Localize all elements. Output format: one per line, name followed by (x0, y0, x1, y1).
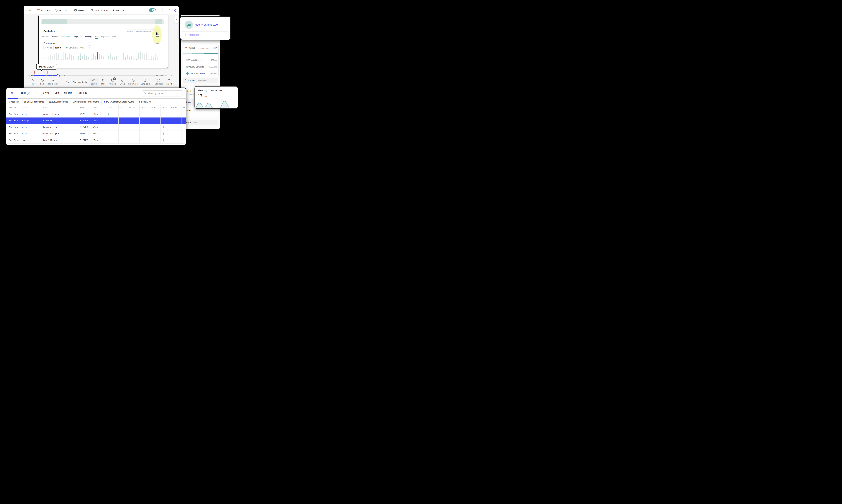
cell-time: 26ms (92, 132, 98, 135)
stat-item: 5: requests (8, 101, 19, 103)
skip-to-issue-button[interactable]: Skip to Issue (48, 78, 58, 85)
network-tab-js[interactable]: JS (35, 92, 38, 95)
network-row[interactable]: 2xx-3xxothermanifest.json492B19ms (6, 111, 186, 118)
network-row[interactable]: 2xx-3xxscripttracker.js5.22KB18ms (6, 118, 186, 124)
site-tab-listings[interactable]: Listings (42, 36, 49, 38)
network-row[interactable]: 2xx-3xximglogo192.png5.22KB25ms (6, 137, 186, 144)
chart-bar (69, 54, 70, 58)
clicks-chip[interactable]: Clicks 123,949 (43, 46, 63, 50)
site-tab-ads[interactable]: Ads (95, 36, 98, 38)
inspect-button[interactable]: Inspect (166, 78, 172, 85)
clicks-dot-icon (45, 47, 46, 49)
chart-tick-label: 24 (79, 59, 81, 60)
site-tab-campaigns[interactable]: Campaigns (61, 36, 71, 38)
issue-marker[interactable]: i (43, 70, 49, 75)
back-10s-button[interactable]: 10 Back (40, 78, 44, 85)
site-tab-advices[interactable]: Advices (52, 36, 58, 38)
favorite-star-icon[interactable]: ☆ (168, 8, 171, 12)
network-tab-img[interactable]: IMG (54, 92, 59, 95)
chart-bar (106, 57, 106, 58)
user-email[interactable]: user@example.com (195, 23, 220, 26)
waterfall-bar (163, 126, 164, 128)
chart-tick-label: 22 (141, 59, 144, 60)
performance-panel-button[interactable]: Performance (128, 78, 138, 85)
conversion-dot-icon (66, 47, 68, 49)
network-tab-xhr[interactable]: XHR? (20, 92, 30, 95)
divider (46, 98, 47, 105)
network-row[interactable]: 2xx-3xxothermanifest.json492B26ms (6, 130, 186, 137)
network-tab-all[interactable]: ALL (11, 92, 15, 95)
skeleton-header (41, 19, 164, 24)
timeline-playhead[interactable] (57, 74, 60, 77)
site-tab-more[interactable]: More (112, 36, 117, 38)
chart-bar (80, 53, 80, 58)
site-tab-ad-groups[interactable]: Ad groups (73, 36, 82, 38)
chart-bar (54, 54, 55, 58)
back-button[interactable]: ‹ Back (26, 9, 33, 12)
chart-bar (65, 53, 66, 58)
prev-session-button[interactable]: ‹ (146, 8, 147, 12)
visited-metrics-card[interactable]: Visited Speed Index 1,162 / Time to Rend… (182, 44, 219, 77)
metric-dot-icon (186, 66, 189, 68)
network-tab-other[interactable]: OTHER (78, 92, 87, 95)
site-tab-settings[interactable]: Settings (85, 36, 92, 38)
hand-click-icon (184, 79, 187, 82)
memory-unit: mb (204, 95, 207, 98)
chart-bar (127, 55, 128, 58)
event-clicked-dashboard[interactable]: Clicked Dashboard (182, 77, 218, 83)
share-icon[interactable] (174, 9, 177, 12)
cell-size: 5.22KB (80, 139, 88, 141)
metadata-button[interactable]: Metadata (184, 34, 199, 36)
chart-bar (56, 53, 57, 58)
chart-bar (86, 56, 87, 58)
conversion-chip[interactable]: Conversion 902 (65, 46, 85, 50)
filter-input[interactable] (147, 92, 181, 95)
date-range-select[interactable]: Custom: 14/12/2019 - 21/01/2020 ⌄ (126, 29, 153, 34)
help-icon[interactable]: ? (27, 92, 30, 95)
network-tab-media[interactable]: MEDIA (64, 92, 73, 95)
chart-tick-label: 9 (113, 59, 116, 60)
stat-item: DOMContentLoaded: 923ms (104, 101, 134, 103)
top-bar: ‹ Back 01:11 PM v91.0.4472 Desktop 1344 … (23, 6, 179, 14)
browser-version: v91.0.4472 (55, 9, 70, 12)
network-stats: 5: requests15.15KB: transferred15.18KB: … (6, 98, 186, 105)
state-panel-button[interactable]: State (101, 78, 105, 85)
timeline-track[interactable] (31, 75, 167, 76)
filter-box[interactable] (142, 90, 183, 96)
chart-bar (112, 57, 113, 58)
autoplay-toggle[interactable]: ✓ (149, 8, 156, 12)
issue-marker[interactable]: i (30, 70, 36, 75)
console-panel-button[interactable]: 3 Console (109, 78, 116, 85)
events-panel-button[interactable]: Events (120, 78, 125, 85)
chart-tick-label: 18 (66, 59, 69, 60)
chart-bar (67, 57, 68, 58)
cell-status: 2xx-3xx (8, 132, 18, 135)
chart-bar (43, 58, 44, 58)
long-tasks-panel-button[interactable]: Long Tasks (141, 78, 150, 85)
event-clicked-about[interactable]: Clicked About (182, 120, 218, 125)
section-more-icon[interactable]: ••• (156, 42, 159, 44)
playback-speed-button[interactable]: 1x (66, 80, 69, 84)
chart-tick-label: 24 (146, 59, 148, 60)
skip-inactivity-button[interactable]: Skip Inactivity (72, 81, 87, 84)
chart-tick-label: 2 (98, 59, 101, 60)
network-row[interactable]: 2xx-3xxotherfavicon.ico3.77KB52ms (6, 124, 186, 130)
site-tab-keywords[interactable]: Keywords (101, 36, 109, 38)
table-body: 2xx-3xxothermanifest.json492B19ms2xx-3xx… (6, 111, 186, 144)
memory-sparkline (195, 100, 238, 109)
search-icon (144, 92, 146, 95)
cell-time: 19ms (92, 113, 98, 115)
network-panel-button[interactable]: Network (91, 78, 97, 85)
full-screen-button[interactable]: Full Screen (154, 78, 163, 85)
collapse-panel-button[interactable]: » (174, 16, 179, 23)
cell-time: 18ms (92, 119, 98, 122)
network-tab-css[interactable]: CSS (43, 92, 49, 95)
chart-bar (155, 54, 156, 58)
next-session-button[interactable]: › (158, 8, 159, 12)
play-button[interactable]: Play (31, 78, 34, 85)
cell-status: 2xx-3xx (8, 113, 18, 115)
add-metric-button[interactable]: + (87, 46, 92, 50)
chart-tick-label: 29 (90, 59, 92, 60)
chart-bar (95, 56, 96, 58)
chart-bar (97, 52, 98, 58)
